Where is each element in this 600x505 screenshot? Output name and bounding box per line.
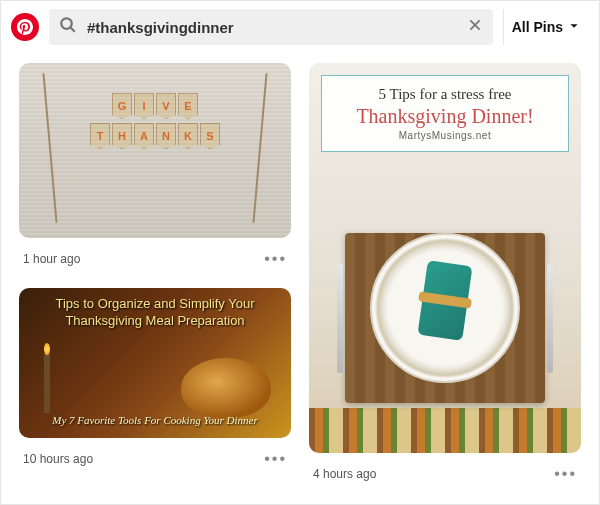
svg-point-0 [61, 18, 72, 29]
pin-overlay-source: MartysMusings.net [330, 130, 560, 141]
pin-overlay-line-1: 5 Tips for a stress free [330, 86, 560, 103]
pin-timestamp: 1 hour ago [23, 252, 80, 266]
pin-timestamp: 10 hours ago [23, 452, 93, 466]
more-options-icon[interactable]: ••• [264, 250, 287, 268]
chevron-down-icon [567, 19, 581, 36]
search-icon [59, 16, 77, 38]
feed-column-right: 5 Tips for a stress free Thanksgiving Di… [309, 63, 581, 495]
pin-overlay-text: Tips to Organize and Simplify Your Thank… [27, 296, 283, 330]
search-input[interactable] [87, 19, 457, 36]
more-options-icon[interactable]: ••• [554, 465, 577, 483]
more-options-icon[interactable]: ••• [264, 450, 287, 468]
pin-overlay-subtext: My 7 Favorite Tools For Cooking Your Din… [52, 414, 257, 430]
pins-feed: GIVE THANKS 1 hour ago ••• Tips to Organ… [1, 53, 599, 505]
pin-image[interactable]: GIVE THANKS [19, 63, 291, 238]
pin-meta: 1 hour ago ••• [19, 246, 291, 280]
pin-overlay-card: 5 Tips for a stress free Thanksgiving Di… [321, 75, 569, 152]
search-bar[interactable] [49, 9, 493, 45]
pin-overlay-line-2: Thanksgiving Dinner! [330, 105, 560, 128]
pin-image[interactable]: Tips to Organize and Simplify Your Thank… [19, 288, 291, 438]
filter-label: All Pins [512, 19, 563, 35]
pins-filter-dropdown[interactable]: All Pins [503, 9, 589, 45]
clear-search-icon[interactable] [467, 17, 483, 37]
pin-meta: 10 hours ago ••• [19, 446, 291, 480]
pin-meta: 4 hours ago ••• [309, 461, 581, 495]
svg-line-1 [70, 27, 75, 32]
pinterest-logo[interactable] [11, 13, 39, 41]
pin-image[interactable]: 5 Tips for a stress free Thanksgiving Di… [309, 63, 581, 453]
feed-column-left: GIVE THANKS 1 hour ago ••• Tips to Organ… [19, 63, 291, 495]
header-bar: All Pins [1, 1, 599, 53]
pin-timestamp: 4 hours ago [313, 467, 376, 481]
